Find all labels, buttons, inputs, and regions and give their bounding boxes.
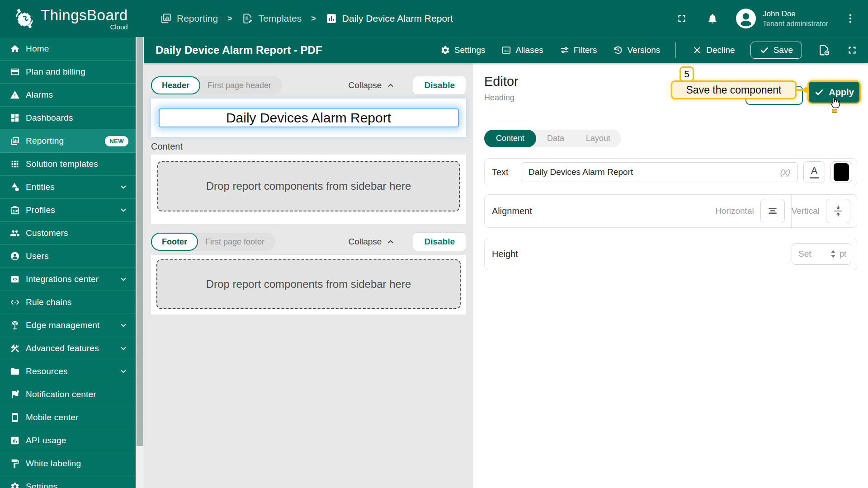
sidebar-item-label: Plan and billing — [26, 67, 130, 77]
content-panel: Drop report components from sidebar here — [151, 155, 466, 224]
text-input[interactable]: Daily Devices Alarm Report (x) — [521, 162, 798, 182]
annotation-connector-dot — [803, 87, 809, 93]
height-unit: pt — [840, 249, 846, 259]
sidebar-item-label: Entities — [26, 182, 118, 192]
brand[interactable]: ThingsBoard Cloud — [0, 7, 136, 31]
sidebar-menu: HomePlan and billingAlarmsDashboardsRepo… — [0, 37, 136, 488]
toolbar-divider — [675, 42, 676, 58]
sidebar-scrollbar-thumb[interactable] — [137, 37, 143, 446]
sidebar-item-solution-templates[interactable]: Solution templates — [0, 153, 136, 176]
footer-disable-button[interactable]: Disable — [413, 232, 466, 251]
header-chip[interactable]: Header — [151, 76, 200, 94]
toolbar-fullscreen-icon[interactable] — [846, 44, 858, 56]
aliases-button[interactable]: Aliases — [501, 45, 543, 55]
annotation-click-marker — [832, 109, 837, 113]
sidebar-item-advanced-features[interactable]: Advanced features — [0, 337, 136, 360]
whitelabel-icon — [10, 459, 20, 469]
vertical-align-center-icon — [832, 205, 844, 217]
vertical-align-button[interactable] — [826, 199, 850, 223]
breadcrumb-item-1[interactable]: Reporting — [160, 13, 218, 24]
sidebar-item-settings[interactable]: Settings — [0, 475, 136, 488]
height-stepper — [830, 249, 836, 258]
tab-content[interactable]: Content — [484, 130, 536, 147]
annotation-tooltip: Save the component — [671, 80, 797, 99]
breadcrumb-item-3[interactable]: Daily Device Alarm Report — [326, 13, 453, 24]
report-preview-icon[interactable] — [818, 44, 830, 56]
user-menu[interactable]: John Doe Tenant administrator — [763, 9, 828, 28]
solution-icon — [10, 159, 20, 169]
content-dropzone[interactable]: Drop report components from sidebar here — [157, 161, 460, 211]
app: ThingsBoard Cloud Reporting>Templates>Da… — [0, 0, 868, 488]
breadcrumb-item-2[interactable]: Templates — [242, 13, 302, 24]
sidebar-item-label: Advanced features — [26, 343, 118, 353]
stepper-down-icon[interactable] — [830, 254, 836, 258]
tab-layout[interactable]: Layout — [575, 130, 621, 147]
font-color-button[interactable] — [830, 161, 852, 183]
sidebar-item-profiles[interactable]: Profiles — [0, 199, 136, 222]
versions-button[interactable]: Versions — [613, 45, 660, 55]
sidebar-item-mobile-center[interactable]: Mobile center — [0, 406, 136, 429]
footer-collapse-button[interactable]: Collapse — [348, 237, 396, 247]
sidebar-item-label: API usage — [26, 436, 130, 446]
report-title: Daily Device Alarm Report - PDF — [156, 44, 322, 56]
topbar-right: John Doe Tenant administrator — [676, 8, 868, 29]
settings-button[interactable]: Settings — [440, 45, 486, 55]
templates-icon — [242, 13, 254, 24]
sidebar-item-resources[interactable]: Resources — [0, 360, 136, 383]
sidebar-item-dashboards[interactable]: Dashboards — [0, 107, 136, 130]
first-page-footer-chip[interactable]: First page footer — [198, 237, 275, 247]
footer-dropzone[interactable]: Drop report components from sidebar here — [156, 259, 461, 309]
fullscreen-icon[interactable] — [676, 13, 688, 24]
sidebar-item-edge-management[interactable]: Edge management — [0, 314, 136, 337]
sidebar-item-plan-and-billing[interactable]: Plan and billing — [0, 61, 136, 84]
text-label: Text — [492, 167, 521, 178]
sidebar-item-api-usage[interactable]: API usage — [0, 429, 136, 452]
reporting-icon — [10, 136, 20, 146]
sidebar-item-rule-chains[interactable]: Rule chains — [0, 291, 136, 314]
heading-component-input[interactable]: Daily Devices Alarm Report — [159, 108, 459, 127]
topbar: ThingsBoard Cloud Reporting>Templates>Da… — [0, 0, 868, 37]
sidebar-item-home[interactable]: Home — [0, 38, 136, 61]
home-icon — [10, 44, 20, 54]
sidebar-item-label: Rule chains — [26, 297, 130, 307]
sidebar-item-alarms[interactable]: Alarms — [0, 84, 136, 107]
filters-button[interactable]: Filters — [560, 45, 597, 55]
breadcrumb-separator: > — [227, 14, 232, 23]
sidebar-item-white-labeling[interactable]: White labeling — [0, 452, 136, 475]
check-icon — [814, 87, 824, 97]
chevron-down-icon — [118, 274, 128, 284]
tab-data[interactable]: Data — [536, 130, 575, 147]
rulechains-icon — [10, 297, 20, 307]
sidebar-item-reporting[interactable]: ReportingNEW — [0, 130, 136, 153]
chevron-down-icon — [118, 320, 128, 330]
horizontal-align-button[interactable] — [760, 199, 785, 223]
stepper-up-icon[interactable] — [830, 249, 836, 253]
first-page-header-chip[interactable]: First page header — [200, 81, 282, 90]
sidebar-item-label: Profiles — [26, 205, 118, 215]
mobile-icon — [10, 413, 20, 422]
sidebar-item-users[interactable]: Users — [0, 245, 136, 268]
sidebar-item-label: Customers — [26, 228, 130, 238]
text-row: Text Daily Devices Alarm Report (x) A — [484, 158, 857, 186]
insert-variable-button[interactable]: (x) — [780, 167, 790, 177]
sidebar-item-integrations-center[interactable]: Integrations center — [0, 268, 136, 291]
kebab-menu-icon[interactable] — [844, 13, 856, 24]
header-collapse-button[interactable]: Collapse — [348, 80, 396, 90]
sidebar-item-label: Users — [26, 251, 130, 261]
height-input[interactable]: Set pt — [792, 243, 851, 265]
avatar[interactable] — [736, 8, 756, 29]
decline-button[interactable]: Decline — [692, 45, 735, 55]
sidebar-item-label: Alarms — [26, 90, 130, 100]
notifications-bell-icon[interactable] — [707, 13, 718, 24]
font-settings-button[interactable]: A — [803, 161, 825, 183]
height-label: Height — [492, 249, 521, 259]
integrations-icon — [10, 274, 20, 284]
footer-chip[interactable]: Footer — [151, 233, 198, 251]
sidebar-item-notification-center[interactable]: Notification center — [0, 383, 136, 406]
thingsboard-logo-icon — [13, 7, 36, 30]
sidebar-item-customers[interactable]: Customers — [0, 222, 136, 245]
sidebar-item-entities[interactable]: Entities — [0, 176, 136, 199]
header-disable-button[interactable]: Disable — [413, 76, 466, 95]
editor-tabs: ContentDataLayout — [484, 130, 621, 147]
save-button[interactable]: Save — [750, 42, 802, 59]
